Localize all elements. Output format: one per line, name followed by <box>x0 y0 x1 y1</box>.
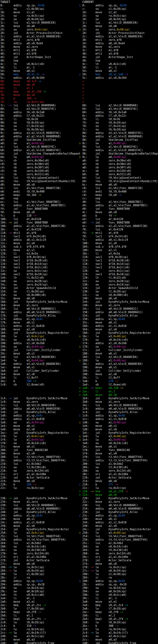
asm-row: 190: addiu a1,s0,0x2b0 174: addiu a1,s0,… <box>0 342 158 345</box>
asm-row: 1dc: addiu a1,s1,0x810 1cc: addiu a1,s1,… <box>0 418 158 421</box>
asm-row: 268: sw v0,0x14c(s0) 260: sw v0,0x14c(s0… <box>0 545 158 548</box>
asm-line-target: b0: addiu a1,a1,%lo(D_06001F4C) <box>0 148 79 152</box>
asm-line-target: 230: ~> jal DynaPolyInfo_SetActorMove <box>0 497 79 500</box>
asm-line-current: 1c4: jal DynaPolyInfo_Alloc <box>79 410 158 414</box>
asm-row: > 1b0: move a0,s0 <box>0 393 158 397</box>
asm-row: 1a8: addiu a3,a3,%lo(D_80A88CB4) 18c: ad… <box>0 362 158 366</box>
asm-row: 2b4: beqz v0,2f8 ~> 2ac: beqz v0,2f0 ~> <box>0 610 158 614</box>
asm-line-target <box>0 493 79 497</box>
asm-line-target: ac: lui a1,%hi(D_06001F4C) <box>0 145 79 148</box>
asm-line-current: ec: addiu a1,a1,%lo(func_80A87C30) <box>79 224 158 228</box>
asm-line-current: 290: sw ra,0x14(sp) <box>79 586 158 590</box>
asm-line-current: < <box>79 86 158 90</box>
asm-line-current: 240: move a0,s1 <box>79 518 158 521</box>
asm-line-target: 18c: sw v0,0x14c(s0) <box>0 338 79 342</box>
asm-row: 24c: addiu a1,s1,0x810 244: addiu a1,s1,… <box>0 521 158 524</box>
asm-row: 110: ~> mtc1 at,$f6 f4: ~> mtc1 at,$f6 <box>0 231 158 235</box>
asm-row: 118: addiu a0,s1,0x1c24 fc: addiu a0,s1,… <box>0 238 158 242</box>
asm-line-current: 104: sub.s $f8,$f4,$f6 <box>79 245 158 248</box>
asm-row: 6c: beq v0,at,230 ~> < <box>0 90 158 94</box>
asm-line-target: cc: sb zero,0x311(s0) <box>0 173 79 176</box>
asm-row: a4: jal SkelAnime_InitFlex 88: jal SkelA… <box>0 138 158 142</box>
asm-line-target: 5c: addiu a1,s0,0x164 <box>0 76 79 80</box>
asm-line-target: 204: move a2,v0 <box>0 452 79 455</box>
asm-line-current: e0: b f4 ~> <box>79 214 158 218</box>
asm-line-current: 10c: li a3,0x5a <box>79 252 158 256</box>
asm-line-target: 1e8: move a2,s0 <box>0 428 79 431</box>
asm-line-target: 250: move a2,s0 <box>0 524 79 528</box>
asm-line-target: 1fc: move a0,s1 <box>0 445 79 448</box>
diff-header-row: TARGET CURRENT <box>0 0 158 4</box>
asm-row: 17c: addiu a1,s1,0x810 160: addiu a1,s1,… <box>0 324 158 328</box>
asm-row: 290: addiu sp,sp,0x58i 288: addiu sp,sp,… <box>0 580 158 583</box>
asm-row: 94: sw t7,0x14(sp) 78: sw t7,0x14(sp) <box>0 124 158 128</box>
asm-line-current: 174: addiu a1,s0,0x2b0 <box>79 342 158 345</box>
asm-row: 10: move s1,a1 10: move s1,a1 <box>0 11 158 14</box>
asm-line-target: 120: sub.s $f8,$f4,$f6 <box>0 245 79 248</box>
asm-line-current: i 218: b 27c ~> <box>79 483 158 486</box>
asm-row: 144: lh t1,0x32(s0) 128: lh t1,0x32(s0) <box>0 276 158 280</box>
asm-line-current: 1ec: move a0,s1 <box>79 445 158 448</box>
asm-line-current: 258: addiu t4,t4,%lo(func_80A87F44) <box>79 538 158 542</box>
asm-line-target: 22c: lw ra,0x3c(sp) <box>0 486 79 490</box>
asm-line-current: 1a4: sb t2,0xae(s0) <box>79 383 158 386</box>
asm-row: 1c8: move a1,zero 1b8: move a1,zero <box>0 400 158 404</box>
terminal-screen: { "diff": { "tool": "asm-diff", "left_he… <box>0 0 158 644</box>
asm-diff-rows: 8: addiu sp,sp,-0x58i 8: addiu sp,sp,-0x… <box>0 4 158 644</box>
asm-line-target: 10: move s1,a1 <box>0 11 79 14</box>
asm-line-current: c4: andi t0,t9,0x400 <box>79 190 158 194</box>
asm-row: 2c8: lw ra,0x14(sp) 2c0: lw ra,0x14(sp) <box>0 628 158 631</box>
asm-row: 1f0: lw a3,0x4c(sp)s 1e0: lw a3,0x48(sp) <box>0 435 158 438</box>
asm-line-target: d0: lui t9,%hi(gSaveContext) <box>0 176 79 180</box>
asm-line-current: 2bc: b 308 ~> <box>79 624 158 628</box>
asm-row: 258: lw a3,0x4c(sp)s 250: lw a3,0x48(sp) <box>0 531 158 534</box>
asm-line-current: 280: lw s1,0x38(sp) <box>79 572 158 576</box>
asm-line-target: 54: move a0,s1 <box>0 69 79 73</box>
asm-line-current: > 1b0: move a0,s0 <box>79 393 158 397</box>
asm-line-target: 2b4: beqz v0,2f8 ~> <box>0 610 79 614</box>
asm-row: 50: li at,-1 50: li at,-1 <box>0 66 158 69</box>
asm-row: 210: lui a1,0x3db2 200: lui a1,0x3db2 <box>0 462 158 466</box>
asm-row: b0: addiu a1,a1,%lo(D_06001F4C) 94: addi… <box>0 148 158 152</box>
asm-line-target: 218: sw zero,0x134(s0) <box>0 469 79 472</box>
asm-line-target: dc: lui a1,%hi(func_80A87C30) <box>0 186 79 190</box>
asm-line-target: 184: jal DynaPolyInfo_RegisterActor <box>0 331 79 335</box>
asm-line-current: 168: jal DynaPolyInfo_RegisterActor <box>79 331 158 335</box>
asm-line-target: a0: addiu a2,a2,%lo(D_0600B9A8) <box>0 135 79 138</box>
asm-line-current: d8: jal func_80A87800 <box>79 207 158 210</box>
asm-line-target: 40: mfc1 a3,$f0 <box>0 52 79 56</box>
asm-row: fc: b 110 ~> e0: b f4 ~> <box>0 214 158 218</box>
asm-line-target: 24c: addiu a1,s1,0x810 <box>0 521 79 524</box>
asm-row: 1cc: lui a0,%hi(D_06001830) 1bc: lui a0,… <box>0 404 158 407</box>
asm-row: 21c: ori a1,a1,0x2d0e 20c: ori a1,a1,0x2… <box>0 472 158 476</box>
asm-line-target: 78: lw ra,0x3c(sp) <box>0 100 79 104</box>
asm-line-current: 270: jal Actor_SetScale <box>79 559 158 562</box>
asm-row: 2c0: lw t8,0x18(sp) 2b8: lw t8,0x18(sp) <box>0 621 158 624</box>
asm-row: 218: sw zero,0x134(s0) 208: sw zero,0x13… <box>0 469 158 472</box>
asm-line-current: 25c: lui a1,0x3db2 <box>79 542 158 545</box>
asm-line-target: 154: sw t1,0x20(sp) <box>0 290 79 293</box>
asm-line-target: 1c0: sb t2,0xae(s0) <box>0 383 79 386</box>
asm-line-target: 23c: addiu a0,a0,%lo(D_0600BA8C) <box>0 507 79 510</box>
asm-line-target: 228: b 284 ~> <box>0 483 79 486</box>
asm-line-target: 278: jal Actor_SetScale <box>0 559 79 562</box>
asm-row: 2c4: b 310 ~> 2bc: b 308 ~> <box>0 624 158 628</box>
asm-row: 80: lui a3,%hi(D_06001F4C) 64: lui a3,%h… <box>0 107 158 111</box>
asm-line-current: 264: sw t4,0x130(s0) <box>79 548 158 552</box>
asm-row: 278: jal Actor_SetScale 270: jal Actor_S… <box>0 559 158 562</box>
asm-line-current: 6c: addiu t7,s0,0x22c <box>79 114 158 118</box>
asm-row: 26c: sw t4,0x130(s0) 264: sw t4,0x130(s0… <box>0 548 158 552</box>
asm-line-current: 2a0: move a3,a1 <box>79 600 158 604</box>
asm-line-target: 25c: lui t4,%hi(func_80A87F44) <box>0 534 79 538</box>
asm-line-target: 58: beq v0,at,7c ~> <box>0 73 79 76</box>
asm-line-target: 128: li a3,0x5a <box>0 252 79 256</box>
asm-line-target: c4: sb zero,0x30f(s0) <box>0 166 79 169</box>
asm-row: 1d0: addiu a0,a0,%lo(D_06001830) 1c0: ad… <box>0 407 158 410</box>
asm-line-current: 74: sw t8,0x18(sp) <box>79 121 158 124</box>
asm-line-current: i 23c: addiu a1,sp,0x48 <box>79 514 158 518</box>
asm-row: 20: move s0,a0 20: move s0,a0 <box>0 24 158 28</box>
asm-line-current: 210: jal Actor_SetScale <box>79 476 158 480</box>
asm-line-current: 228: jal DynaPolyInfo_SetActorMove <box>79 497 158 500</box>
asm-line-target: 150: jal Actor_SpawnAsChild <box>0 286 79 290</box>
asm-line-current: 34: addiu a0,s0,0xb4 <box>79 42 158 45</box>
